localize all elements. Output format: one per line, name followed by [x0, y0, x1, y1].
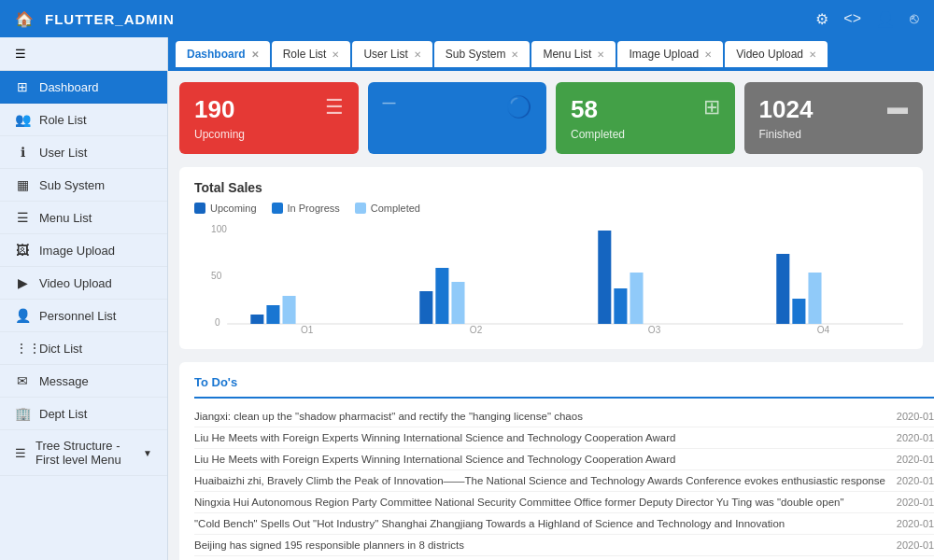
tab-video-upload[interactable]: Video Upload ✕	[725, 41, 828, 67]
sidebar-label-dict-list: Dict List	[39, 342, 82, 356]
tab-user-list[interactable]: User List ✕	[352, 41, 432, 67]
stat-upcoming-number: 190	[194, 95, 245, 124]
tab-label-role-list: Role List	[283, 48, 327, 61]
hamburger-icon: ☰	[15, 47, 26, 61]
sidebar-label-personnel-list: Personnel List	[39, 309, 116, 323]
stat-inprogress-icon: 🔵	[506, 95, 531, 119]
stat-finished-number: 1024	[759, 95, 814, 124]
sidebar-label-message: Message	[39, 374, 89, 388]
tab-label-menu-list: Menu List	[543, 48, 591, 61]
sidebar-item-video-upload[interactable]: ▶ Video Upload	[0, 267, 167, 300]
sidebar-label-image-upload: Image Upload	[39, 244, 115, 258]
table-row: Huaibaizhi zhi, Bravely Climb the Peak o…	[194, 470, 934, 492]
todo-panel: To Do's ☰ Jiangxi: clean up the "shadow …	[179, 362, 934, 560]
todo-title: To Do's	[194, 375, 237, 389]
todo-panel-header: To Do's ☰	[194, 373, 934, 399]
svg-rect-15	[614, 288, 627, 324]
stat-card-finished: 1024 Finished ▬	[744, 82, 924, 154]
sidebar-label-menu-list: Menu List	[39, 211, 92, 225]
tab-close-sub-system[interactable]: ✕	[511, 49, 518, 60]
todo-text-0: Jiangxi: clean up the "shadow pharmacist…	[194, 411, 897, 422]
chart-title: Total Sales	[194, 180, 908, 195]
tab-close-image-upload[interactable]: ✕	[704, 49, 712, 60]
stat-card-completed: 58 Completed ⊞	[556, 82, 735, 154]
svg-text:50: 50	[211, 271, 222, 281]
tab-menu-list[interactable]: Menu List ✕	[531, 41, 616, 67]
image-icon: 🖼	[15, 243, 30, 258]
stat-upcoming-icon: ☰	[325, 95, 344, 119]
legend-completed: Completed	[355, 203, 420, 214]
sidebar-item-dict-list[interactable]: ⋮⋮ Dict List	[0, 332, 167, 365]
legend-label-completed: Completed	[371, 203, 420, 214]
legend-dot-inprogress	[272, 203, 283, 214]
svg-rect-13	[451, 282, 464, 324]
svg-rect-9	[266, 305, 279, 324]
person-icon[interactable]: 👤	[876, 10, 895, 28]
tab-close-menu-list[interactable]: ✕	[597, 49, 604, 60]
svg-text:Q3: Q3	[648, 325, 661, 333]
sidebar-item-menu-list[interactable]: ☰ Menu List	[0, 202, 167, 234]
sidebar-toggle[interactable]: ☰	[0, 37, 167, 71]
legend-dot-completed	[355, 203, 366, 214]
todo-date-5: 2020-01-11	[897, 518, 934, 529]
svg-text:100: 100	[211, 224, 227, 234]
sidebar-item-dashboard[interactable]: ⊞ Dashboard	[0, 71, 167, 104]
tab-role-list[interactable]: Role List ✕	[272, 41, 351, 67]
todo-date-4: 2020-01-11	[897, 497, 934, 508]
todo-text-3: Huaibaizhi zhi, Bravely Climb the Peak o…	[194, 475, 897, 486]
sidebar-item-role-list[interactable]: 👥 Role List	[0, 104, 167, 136]
stat-inprogress-number: —	[383, 95, 396, 110]
svg-text:Q2: Q2	[470, 325, 483, 333]
sidebar-item-sub-system[interactable]: ▦ Sub System	[0, 169, 167, 202]
svg-text:0: 0	[215, 317, 220, 328]
tab-sub-system[interactable]: Sub System ✕	[434, 41, 531, 67]
sidebar-label-sub-system: Sub System	[39, 178, 105, 192]
app-logo: FLUTTER_ADMIN	[45, 11, 175, 27]
table-row: Liu He Meets with Foreign Experts Winnin…	[194, 449, 934, 470]
sidebar-item-dept-list[interactable]: 🏢 Dept List	[0, 398, 167, 430]
svg-rect-14	[598, 231, 611, 324]
tab-close-role-list[interactable]: ✕	[332, 49, 339, 60]
legend-inprogress: In Progress	[272, 203, 340, 214]
dict-icon: ⋮⋮	[15, 341, 30, 356]
stat-finished-label: Finished	[759, 128, 814, 141]
legend-label-upcoming: Upcoming	[210, 203, 257, 214]
code-icon[interactable]: <>	[843, 10, 861, 27]
sidebar-item-tree-structure[interactable]: ☰ Tree Structure - First level Menu ▼	[0, 430, 167, 476]
sidebar-label-dept-list: Dept List	[39, 407, 87, 421]
tab-label-image-upload: Image Upload	[629, 48, 699, 61]
tab-dashboard[interactable]: Dashboard ✕	[176, 41, 270, 67]
tab-close-user-list[interactable]: ✕	[414, 49, 421, 60]
sidebar-label-role-list: Role List	[39, 113, 87, 127]
stat-cards: 190 Upcoming ☰ — 🔵 58 Completed	[179, 82, 923, 154]
todo-rows: Jiangxi: clean up the "shadow pharmacist…	[194, 406, 934, 556]
settings-icon[interactable]: ⚙	[815, 10, 828, 28]
tab-image-upload[interactable]: Image Upload ✕	[617, 41, 723, 67]
role-icon: 👥	[15, 112, 30, 127]
sidebar-item-image-upload[interactable]: 🖼 Image Upload	[0, 234, 167, 267]
svg-rect-19	[808, 273, 821, 324]
menu-icon: ☰	[15, 210, 30, 225]
logout-icon[interactable]: ⎋	[910, 10, 919, 27]
table-row: "Cold Bench" Spells Out "Hot Industry" S…	[194, 513, 934, 535]
subsystem-icon: ▦	[15, 177, 30, 192]
todo-text-2: Liu He Meets with Foreign Experts Winnin…	[194, 454, 897, 465]
page-content: 190 Upcoming ☰ — 🔵 58 Completed	[168, 71, 934, 560]
sidebar-item-user-list[interactable]: ℹ User List	[0, 136, 167, 169]
tab-close-video-upload[interactable]: ✕	[809, 49, 816, 60]
tab-close-dashboard[interactable]: ✕	[251, 49, 259, 60]
table-row: Liu He Meets with Foreign Experts Winnin…	[194, 427, 934, 449]
tab-label-sub-system: Sub System	[446, 48, 506, 61]
legend-upcoming: Upcoming	[194, 203, 257, 214]
stat-completed-label: Completed	[571, 128, 625, 141]
todo-date-2: 2020-01-11	[897, 454, 934, 465]
home-icon[interactable]: 🏠	[15, 10, 34, 28]
stat-completed-number: 58	[571, 95, 625, 124]
todo-text-5: "Cold Bench" Spells Out "Hot Industry" S…	[194, 518, 897, 529]
bottom-panels: To Do's ☰ Jiangxi: clean up the "shadow …	[179, 362, 923, 560]
sidebar-item-personnel-list[interactable]: 👤 Personnel List	[0, 300, 167, 332]
bar-chart: 100 50 0 Q1 Q2 Q3 Q4	[194, 221, 908, 333]
svg-rect-11	[419, 291, 432, 324]
todo-text-6: Beijing has signed 195 responsible plann…	[194, 539, 897, 551]
sidebar-item-message[interactable]: ✉ Message	[0, 365, 167, 398]
